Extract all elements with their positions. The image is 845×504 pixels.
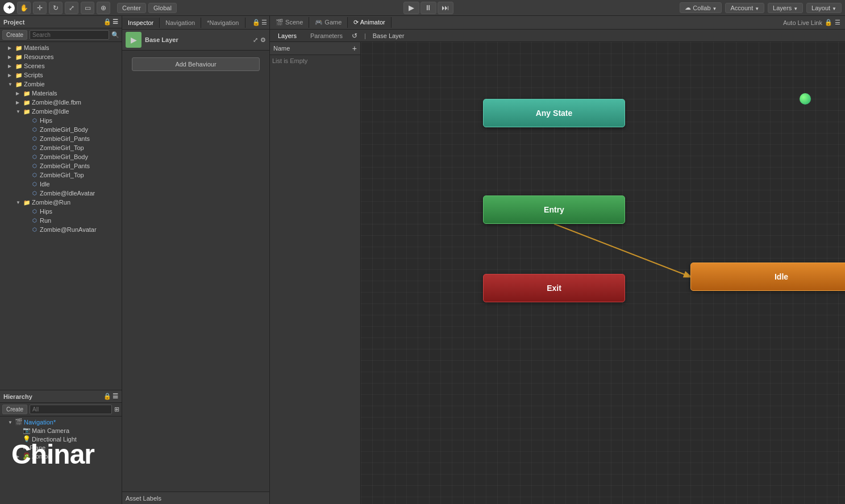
rect-tool-btn[interactable]: ▭ [81,2,94,14]
base-layer-sub-label: Base Layer [373,32,405,39]
idle-node[interactable]: Idle [690,263,845,291]
list-item[interactable]: 📁 Zombie@Idle [0,107,122,116]
tab-console[interactable]: Navigation [160,18,201,28]
collab-btn[interactable]: ☁ Collab [680,2,722,13]
inspector-base-layer-bar: ▶ Base Layer ⤢ ⚙ [122,30,269,51]
list-item[interactable]: 📁 Scenes [0,61,122,70]
rotate-tool-btn[interactable]: ↻ [49,2,63,14]
tab-navigation[interactable]: *Navigation [201,18,245,28]
inspector-menu-icon[interactable]: ☰ [261,19,267,26]
animator-canvas[interactable]: Any State Entry Exit Idle [361,42,845,504]
mesh-icon: ⬡ [31,207,39,215]
inspector-lock-icon[interactable]: 🔒 [252,19,260,26]
animator-tab-icon: ⟳ [353,19,359,26]
settings-icon[interactable]: ⚙ [260,36,266,44]
list-item[interactable]: 📁 Materials [0,43,122,52]
inspector-content: Add Behaviour [122,51,269,491]
scale-tool-btn[interactable]: ⤢ [65,2,78,14]
tab-inspector[interactable]: Inspector [122,18,160,28]
tab-animator[interactable]: ⟳ Animator [348,17,391,28]
center-toggle[interactable]: Center [117,3,146,13]
list-item[interactable]: 🎬 Navigation* [0,418,122,426]
layout-chevron [832,5,836,11]
account-btn[interactable]: Account [725,3,764,13]
tab-game[interactable]: 🎮 Game [309,17,348,28]
list-item[interactable]: 📷 Main Camera [0,426,122,435]
entry-node[interactable]: Entry [483,195,625,224]
pause-btn[interactable]: ⏸ [421,2,436,14]
animator-menu-icon[interactable]: ☰ [835,19,840,26]
list-item[interactable]: ⬡ ZombieGirl_Top [0,170,122,180]
list-item[interactable]: 📁 Zombie [0,80,122,89]
hierarchy-lock-icon[interactable]: 🔒 [103,393,111,400]
hand-tool-btn[interactable]: ✋ [17,2,31,14]
hierarchy-panel-header: Hierarchy 🔒 ☰ [0,390,122,403]
exit-node[interactable]: Exit [483,274,625,302]
camera-icon: 📷 [23,427,31,434]
list-item[interactable]: ⬡ Idle [0,180,122,189]
animator-lock-icon[interactable]: 🔒 [825,19,832,26]
mesh-icon: ⬡ [31,226,39,234]
play-btn[interactable]: ▶ [403,2,419,14]
move-tool-btn[interactable]: ✛ [33,2,47,14]
list-item[interactable]: 📁 Zombie@Run [0,198,122,207]
refresh-icon[interactable]: ↺ [352,32,357,40]
list-item[interactable]: ⬡ Run [0,216,122,225]
arrow-icon [8,45,14,51]
list-item[interactable]: ⬡ ZombieGirl_Body [0,152,122,161]
inspector-tab-bar: Inspector Navigation *Navigation 🔒 ☰ [122,16,269,30]
project-menu-icon[interactable]: ☰ [113,18,118,26]
project-search-input[interactable] [30,30,109,40]
transform-tool-btn[interactable]: ⊕ [97,2,110,14]
mesh-icon: ⬡ [31,135,39,143]
list-item[interactable]: 📁 Scripts [0,70,122,80]
layers-btn[interactable]: Layers [768,3,803,13]
hierarchy-title: Hierarchy [3,393,32,400]
list-item[interactable]: ⬡ ZombieGirl_Top [0,143,122,152]
scene-tab-icon: 🎬 [276,19,284,26]
mesh-icon: ⬡ [31,126,39,134]
arrow-icon [8,81,14,87]
project-lock-icon[interactable]: 🔒 [103,18,111,26]
folder-icon: 📁 [23,98,31,106]
list-item[interactable]: ⬡ Zombie@IdleAvatar [0,189,122,198]
list-item[interactable]: ⬡ Zombie@RunAvatar [0,225,122,234]
add-behaviour-btn[interactable]: Add Behaviour [132,57,260,71]
layout-btn[interactable]: Layout [806,3,842,13]
animator-body: Name + List is Empty [270,42,845,504]
expand-icon[interactable]: ⤢ [253,36,258,44]
project-tree: 📁 Materials 📁 Resources 📁 Scenes 📁 Scri [0,42,122,390]
project-panel-header: Project 🔒 ☰ [0,16,122,28]
hierarchy-filter-icon[interactable]: ⊞ [114,406,119,413]
global-toggle[interactable]: Global [148,3,177,13]
anystate-node[interactable]: Any State [483,99,625,127]
hierarchy-search-input[interactable] [30,405,112,414]
mesh-icon: ⬡ [31,171,39,179]
list-item[interactable]: ⬡ ZombieGirl_Pants [0,134,122,143]
project-create-btn[interactable]: Create [2,30,27,40]
params-name-label: Name [273,45,290,52]
list-item[interactable]: ⬡ ZombieGirl_Pants [0,161,122,170]
list-item[interactable]: 📁 Materials [0,89,122,98]
hierarchy-create-btn[interactable]: Create [2,405,27,414]
project-header-icons: 🔒 ☰ [103,18,118,26]
list-item[interactable]: ⬡ Hips [0,207,122,216]
animator-tab-right: Auto Live Link 🔒 ☰ [779,19,845,26]
list-item[interactable]: ⬡ ZombieGirl_Body [0,125,122,134]
hierarchy-menu-icon[interactable]: ☰ [113,393,118,400]
list-item[interactable]: 📁 Resources [0,52,122,61]
list-item[interactable]: 📁 Zombie@Idle.fbm [0,98,122,107]
arrow-icon [8,54,14,60]
params-panel: Name + List is Empty [270,42,361,504]
arrow-icon [16,109,22,114]
sub-tab-layers[interactable]: Layers [273,31,301,40]
project-panel: Project 🔒 ☰ Create 🔍 📁 Materials [0,16,122,390]
params-add-icon[interactable]: + [352,44,357,53]
tab-scene[interactable]: 🎬 Scene [270,17,309,28]
params-list: List is Empty [270,55,360,66]
animator-sub-bar: Layers Parameters ↺ | Base Layer [270,30,845,42]
sub-tab-parameters[interactable]: Parameters [306,31,347,40]
mesh-icon: ⬡ [31,153,39,161]
list-item[interactable]: ⬡ Hips [0,116,122,125]
step-btn[interactable]: ⏭ [438,2,453,14]
